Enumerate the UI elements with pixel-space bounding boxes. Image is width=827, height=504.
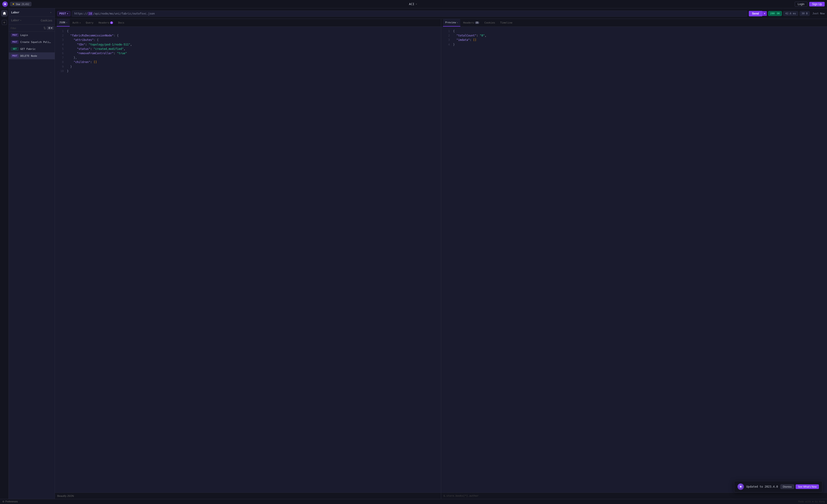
headers-badge: 1 bbox=[110, 21, 113, 24]
svg-point-1 bbox=[4, 3, 6, 5]
method-badge-post: POST bbox=[11, 34, 18, 37]
code-line: 6 "removeFromController": "true" bbox=[55, 51, 441, 56]
tab-docs[interactable]: Docs bbox=[116, 19, 127, 27]
timestamp: Just Now bbox=[813, 12, 825, 15]
sidebar-chevron-icon: ▾ bbox=[50, 11, 51, 14]
tab-query[interactable]: Query bbox=[84, 19, 96, 27]
star-label: Star bbox=[16, 3, 20, 6]
sidebar-item-squelch[interactable]: POST Create Squelch Policy bbox=[9, 39, 55, 45]
response-headers-badge: 15 bbox=[475, 21, 480, 24]
code-line: 7 }, bbox=[55, 56, 441, 60]
dismiss-button[interactable]: Dismiss bbox=[780, 485, 794, 489]
response-body: 1 { 2 "totalCount": "0", 3 "imdata": [] … bbox=[441, 27, 827, 493]
status-badge: 200 OK bbox=[768, 11, 782, 16]
response-bottom-bar: $.store.books[*].author bbox=[441, 493, 827, 499]
top-bar: ★ Star 29,492 ACI ▾ Login Sign Up bbox=[0, 0, 827, 8]
svg-point-3 bbox=[740, 486, 741, 487]
add-request-label: ▾ bbox=[51, 27, 52, 30]
workspace-name: ACI bbox=[409, 2, 414, 6]
star-button[interactable]: ★ Star 29,492 bbox=[10, 2, 32, 6]
request-panel: JSON ▾ Auth ▾ Query Headers 1 bbox=[55, 19, 441, 499]
url-bar[interactable]: https:// 18 /api/node/mo/uni/fabric/outo… bbox=[72, 11, 747, 17]
send-dropdown-button[interactable]: ▾ bbox=[762, 11, 767, 16]
send-button-group: Send ▾ bbox=[749, 11, 767, 16]
beautify-button[interactable]: Beautify JSON bbox=[57, 495, 74, 497]
labor-tab[interactable]: Labor ▾ bbox=[9, 17, 38, 24]
tab-preview[interactable]: Preview ▾ bbox=[443, 19, 460, 27]
sort-button[interactable]: ⇅ bbox=[43, 26, 46, 30]
preferences-icon: ⚙ bbox=[2, 500, 4, 503]
tab-timeline[interactable]: Timeline bbox=[498, 19, 515, 27]
preferences-bar: ⚙ Preferences Made with ❤ by Kong bbox=[0, 499, 827, 504]
url-prefix: https:// bbox=[74, 12, 88, 15]
notification-logo bbox=[737, 484, 744, 490]
url-segment: 18 bbox=[88, 12, 93, 15]
filter-bar: ⇅ ⚙ ▾ bbox=[9, 25, 55, 32]
top-right: Login Sign Up bbox=[795, 2, 825, 7]
json-chevron-icon: ▾ bbox=[66, 21, 67, 24]
request-body[interactable]: 1 { 2 "fabricRsDecommissionNode": { 3 "a… bbox=[55, 27, 441, 493]
code-line: 3 "attributes": { bbox=[55, 38, 441, 42]
code-line: 10 } bbox=[55, 69, 441, 73]
tab-auth[interactable]: Auth ▾ bbox=[70, 19, 83, 27]
code-line: 1 { bbox=[441, 29, 827, 34]
status-badges: 200 OK 42.6 ms 30 B bbox=[768, 11, 810, 16]
whats-new-button[interactable]: See What's New bbox=[795, 485, 819, 489]
sidebar-header: Labor ▾ bbox=[9, 8, 55, 17]
response-panel: Preview ▾ Headers 15 Cookies Timeline bbox=[441, 19, 827, 499]
sidebar-title: Labor bbox=[11, 11, 49, 14]
star-count: 29,492 bbox=[21, 3, 29, 6]
icon-bar: + bbox=[0, 8, 9, 499]
made-with-text: Made with ❤ by Kong bbox=[798, 500, 825, 503]
tab-json[interactable]: JSON ▾ bbox=[57, 19, 70, 27]
notification: Updated to 2023.4.0 Dismiss See What's N… bbox=[734, 481, 822, 493]
add-button[interactable]: + bbox=[2, 20, 7, 25]
response-tab-bar: Preview ▾ Headers 15 Cookies Timeline bbox=[441, 19, 827, 27]
preferences-button[interactable]: ⚙ Preferences bbox=[2, 500, 18, 503]
request-bottom-bar: Beautify JSON bbox=[55, 493, 441, 499]
labor-chevron-icon: ▾ bbox=[20, 19, 21, 21]
tab-headers[interactable]: Headers 1 bbox=[96, 19, 115, 27]
method-chevron-icon: ▾ bbox=[67, 12, 68, 15]
send-button[interactable]: Send bbox=[749, 11, 762, 16]
code-line: 2 "fabricRsDecommissionNode": { bbox=[55, 34, 441, 38]
response-time-badge: 42.6 ms bbox=[783, 11, 798, 16]
tab-response-cookies[interactable]: Cookies bbox=[482, 19, 497, 27]
preview-chevron-icon: ▾ bbox=[457, 21, 458, 24]
sidebar-item-name: GET Fabric bbox=[20, 48, 36, 51]
sidebar-item-name: Login bbox=[20, 34, 28, 37]
code-line: 2 "totalCount": "0", bbox=[441, 34, 827, 38]
code-line: 1 { bbox=[55, 29, 441, 34]
signup-button[interactable]: Sign Up bbox=[809, 2, 825, 6]
auth-chevron-icon: ▾ bbox=[79, 22, 81, 24]
code-line: 4 "tDn": "topology/pod-1/node-511", bbox=[55, 43, 441, 47]
response-size-badge: 30 B bbox=[799, 11, 810, 16]
tab-response-headers[interactable]: Headers 15 bbox=[461, 19, 482, 27]
add-request-button[interactable]: ⚙ ▾ bbox=[47, 26, 54, 30]
sidebar-item-name: Create Squelch Policy bbox=[20, 41, 52, 44]
home-icon-button[interactable] bbox=[1, 10, 8, 17]
star-icon: ★ bbox=[12, 3, 14, 6]
login-button[interactable]: Login bbox=[795, 2, 808, 7]
add-icon: ⚙ bbox=[48, 27, 51, 30]
method-label: POST bbox=[59, 12, 66, 15]
code-line: 5 "status": "created,modified", bbox=[55, 47, 441, 51]
code-line: 8 "children": [] bbox=[55, 60, 441, 64]
request-tab-bar: JSON ▾ Auth ▾ Query Headers 1 bbox=[55, 19, 441, 27]
method-badge-get: GET bbox=[11, 47, 18, 51]
sidebar-item-fabric[interactable]: GET GET Fabric bbox=[9, 45, 55, 52]
code-line: 4 } bbox=[441, 43, 827, 47]
sidebar: Labor ▾ Labor ▾ Cookies ⇅ ⚙ ▾ bbox=[9, 8, 55, 499]
cookies-tab[interactable]: Cookies bbox=[38, 17, 55, 24]
sidebar-item-name: DELETE Node bbox=[20, 54, 37, 57]
url-rest: /api/node/mo/uni/fabric/outofsvc.json bbox=[93, 12, 155, 15]
notification-message: Updated to 2023.4.0 bbox=[746, 485, 778, 488]
method-selector[interactable]: POST ▾ bbox=[57, 11, 70, 16]
code-line: 9 } bbox=[55, 65, 441, 69]
filter-input[interactable] bbox=[11, 27, 42, 30]
panels-container: JSON ▾ Auth ▾ Query Headers 1 bbox=[55, 19, 827, 499]
method-badge-post: POST bbox=[11, 40, 18, 44]
sidebar-item-delete-node[interactable]: POST DELETE Node bbox=[9, 52, 55, 59]
chevron-down-icon: ▾ bbox=[416, 3, 417, 5]
sidebar-item-login[interactable]: POST Login bbox=[9, 32, 55, 39]
